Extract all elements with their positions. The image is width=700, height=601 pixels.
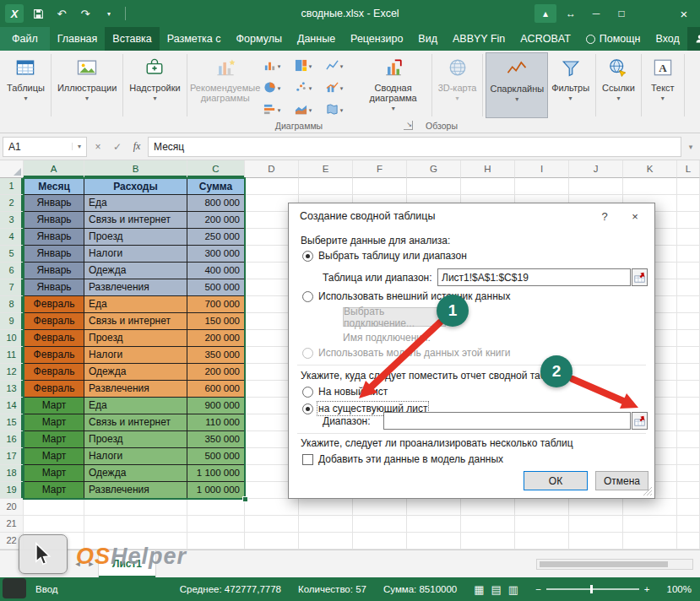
cell-C1[interactable]: Сумма <box>187 178 245 195</box>
chart-type-tree-button[interactable]: ▾ <box>294 56 325 78</box>
cell-A2[interactable]: Январь <box>24 195 84 212</box>
radio-new-worksheet[interactable] <box>302 387 313 398</box>
cell-K20[interactable] <box>623 499 677 516</box>
ribbon-tab-9[interactable]: ACROBAT <box>513 27 578 51</box>
column-header-I[interactable]: I <box>515 160 569 178</box>
cell-L1[interactable] <box>677 178 700 195</box>
row-header-21[interactable]: 21 <box>0 516 24 533</box>
cell-K21[interactable] <box>623 516 677 533</box>
cell-B9[interactable]: Связь и интернет <box>84 313 187 330</box>
cell-L20[interactable] <box>677 499 700 516</box>
fill-handle[interactable] <box>242 496 248 502</box>
row-header-1[interactable]: 1 <box>0 178 24 195</box>
row-header-6[interactable]: 6 <box>0 263 24 279</box>
cell-B17[interactable]: Налоги <box>84 448 187 465</box>
addins-button[interactable]: Надстройки▾ <box>126 52 183 118</box>
cell-L2[interactable] <box>677 195 700 212</box>
cell-L19[interactable] <box>677 482 700 499</box>
cell-E1[interactable] <box>299 178 353 195</box>
cell-B7[interactable]: Развлечения <box>84 279 187 296</box>
cell-B11[interactable]: Налоги <box>84 347 187 364</box>
dialog-help-button[interactable]: ? <box>592 206 617 226</box>
ribbon-tab-2[interactable]: Вставка <box>105 27 159 51</box>
cell-A21[interactable] <box>24 516 84 533</box>
cell-K1[interactable] <box>623 178 677 195</box>
cell-A19[interactable]: Март <box>24 482 84 499</box>
column-header-J[interactable]: J <box>569 160 623 178</box>
swap-windows-button[interactable]: ↔ <box>560 4 582 23</box>
cell-A15[interactable]: Март <box>24 414 84 431</box>
cell-D1[interactable] <box>245 178 299 195</box>
cell-A13[interactable]: Февраль <box>24 381 84 398</box>
pivot-chart-button[interactable]: Сводная диаграмма▾ <box>358 52 429 118</box>
cell-J22[interactable] <box>569 533 623 550</box>
cell-E22[interactable] <box>299 533 353 550</box>
charts-dialog-launcher-icon[interactable]: ↘ <box>404 121 413 130</box>
cell-A14[interactable]: Март <box>24 398 84 414</box>
ribbon-tab-6[interactable]: Рецензиро <box>343 27 410 51</box>
dialog-resize-grip[interactable] <box>643 486 653 496</box>
cell-C4[interactable]: 250 000 <box>187 229 245 246</box>
cell-L5[interactable] <box>677 246 700 263</box>
cell-L10[interactable] <box>677 330 700 347</box>
cell-A5[interactable]: Январь <box>24 246 84 263</box>
cell-L21[interactable] <box>677 516 700 533</box>
cell-L11[interactable] <box>677 347 700 364</box>
cell-I20[interactable] <box>515 499 569 516</box>
dialog-close-button[interactable]: × <box>622 206 648 226</box>
chart-type-scatter-button[interactable]: ▾ <box>294 78 325 100</box>
cell-B10[interactable]: Проезд <box>84 330 187 347</box>
select-all-corner[interactable] <box>0 160 24 178</box>
cell-L4[interactable] <box>677 229 700 246</box>
save-button[interactable] <box>29 4 47 23</box>
ribbon-tab-10[interactable]: Помощн <box>578 27 648 51</box>
column-header-F[interactable]: F <box>353 160 407 178</box>
column-header-A[interactable]: A <box>24 160 84 178</box>
cell-F21[interactable] <box>353 516 407 533</box>
row-header-9[interactable]: 9 <box>0 313 24 330</box>
cell-B12[interactable]: Одежда <box>84 364 187 381</box>
scrollbar-thumb[interactable] <box>540 561 668 567</box>
ribbon-tab-12[interactable]: Общий доступ <box>687 27 700 51</box>
cell-E21[interactable] <box>299 516 353 533</box>
chart-type-bars-button[interactable]: ▾ <box>263 56 294 78</box>
cell-L22[interactable] <box>677 533 700 550</box>
row-header-10[interactable]: 10 <box>0 330 24 347</box>
row-header-13[interactable]: 13 <box>0 381 24 398</box>
table-range-picker-button[interactable] <box>632 268 648 286</box>
name-box[interactable]: A1 ▾ <box>3 137 87 157</box>
cell-C15[interactable]: 110 000 <box>187 414 245 431</box>
row-header-17[interactable]: 17 <box>0 448 24 465</box>
column-header-B[interactable]: B <box>84 160 187 178</box>
cell-A12[interactable]: Февраль <box>24 364 84 381</box>
row-header-20[interactable]: 20 <box>0 499 24 516</box>
cell-D20[interactable] <box>245 499 299 516</box>
cell-L9[interactable] <box>677 313 700 330</box>
table-range-input[interactable] <box>437 268 631 286</box>
cell-B2[interactable]: Еда <box>84 195 187 212</box>
location-range-picker-button[interactable] <box>632 412 648 430</box>
cell-B15[interactable]: Связь и интернет <box>84 414 187 431</box>
cell-H21[interactable] <box>461 516 515 533</box>
cell-B6[interactable]: Одежда <box>84 263 187 279</box>
cell-A6[interactable]: Январь <box>24 263 84 279</box>
cell-L6[interactable] <box>677 263 700 279</box>
ribbon-tab-11[interactable]: Вход <box>648 27 686 51</box>
cancel-button[interactable]: Отмена <box>595 471 648 490</box>
cell-C14[interactable]: 900 000 <box>187 398 245 414</box>
cell-G21[interactable] <box>407 516 461 533</box>
cell-J20[interactable] <box>569 499 623 516</box>
ribbon-tab-7[interactable]: Вид <box>410 27 445 51</box>
restore-button[interactable]: □ <box>610 4 632 23</box>
illustrations-button[interactable]: Иллюстрации▾ <box>54 52 120 118</box>
cell-C2[interactable]: 800 000 <box>187 195 245 212</box>
cell-E20[interactable] <box>299 499 353 516</box>
cell-L7[interactable] <box>677 279 700 296</box>
cell-D21[interactable] <box>245 516 299 533</box>
links-button[interactable]: Ссылки▾ <box>599 52 638 118</box>
cell-C16[interactable]: 350 000 <box>187 431 245 448</box>
cell-L18[interactable] <box>677 465 700 482</box>
cell-B1[interactable]: Расходы <box>84 178 187 195</box>
cell-L14[interactable] <box>677 398 700 414</box>
cell-C7[interactable]: 500 000 <box>187 279 245 296</box>
